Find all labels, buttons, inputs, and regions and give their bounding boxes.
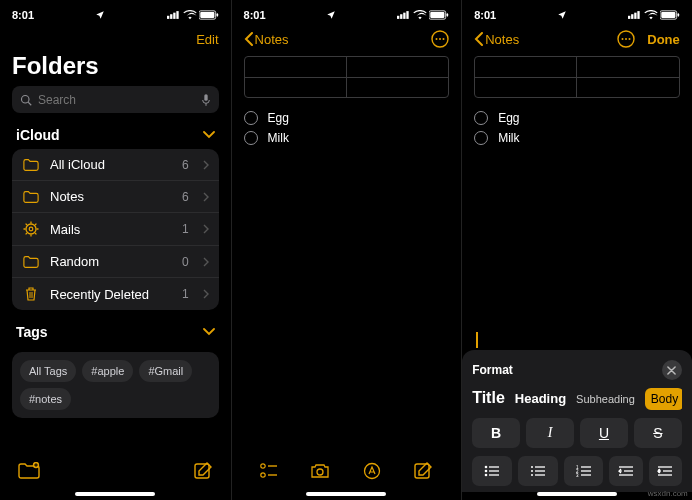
checkbox-icon[interactable] (474, 131, 488, 145)
icloud-label: iCloud (16, 127, 60, 143)
note-body[interactable]: Egg Milk (232, 52, 462, 450)
done-button[interactable]: Done (647, 32, 680, 47)
location-icon (95, 10, 105, 20)
bold-button[interactable]: B (472, 418, 520, 448)
note-body[interactable]: Egg Milk (462, 52, 692, 148)
strikethrough-button[interactable]: S (634, 418, 682, 448)
back-button[interactable]: Notes (244, 32, 289, 47)
svg-point-36 (443, 38, 445, 40)
svg-line-8 (28, 102, 31, 105)
close-icon[interactable] (662, 360, 682, 380)
more-icon[interactable] (617, 30, 635, 48)
format-panel: Format Title Heading Subheading Body B I… (462, 350, 692, 492)
folder-row-random[interactable]: Random 0 (12, 245, 219, 277)
checkbox-icon[interactable] (244, 131, 258, 145)
italic-button[interactable]: I (526, 418, 574, 448)
tags-label: Tags (16, 324, 48, 340)
checklist-item[interactable]: Egg (474, 108, 680, 128)
search-icon (20, 94, 32, 106)
underline-button[interactable]: U (580, 418, 628, 448)
indent-left-button[interactable] (609, 456, 642, 486)
numbered-list-button[interactable]: 123 (564, 456, 604, 486)
svg-rect-46 (634, 13, 636, 19)
style-heading[interactable]: Heading (515, 391, 566, 406)
checklist-item[interactable]: Milk (474, 128, 680, 148)
tag-apple[interactable]: #apple (82, 360, 133, 382)
tag-notes[interactable]: #notes (20, 388, 71, 410)
indent-right-button[interactable] (649, 456, 682, 486)
camera-icon[interactable] (310, 463, 330, 479)
compose-icon[interactable] (413, 461, 433, 481)
markup-icon[interactable] (363, 462, 381, 480)
checklist-item[interactable]: Egg (244, 108, 450, 128)
checkbox-icon[interactable] (244, 111, 258, 125)
chevron-down-icon (203, 131, 215, 139)
icloud-section-header[interactable]: iCloud (0, 123, 231, 149)
more-icon[interactable] (431, 30, 449, 48)
svg-point-7 (22, 95, 30, 103)
text-style-row: Title Heading Subheading Body (472, 388, 682, 410)
edit-button[interactable]: Edit (196, 32, 218, 47)
home-indicator[interactable] (537, 492, 617, 496)
checklist-label: Egg (498, 111, 519, 125)
folder-row-notes[interactable]: Notes 6 (12, 180, 219, 212)
tags-section-header[interactable]: Tags (0, 320, 231, 346)
style-body[interactable]: Body (645, 388, 682, 410)
checklist-item[interactable]: Milk (244, 128, 450, 148)
folder-icon (22, 190, 40, 204)
format-panel-title: Format (472, 363, 513, 377)
status-time: 8:01 (244, 9, 266, 21)
search-input[interactable] (38, 93, 195, 107)
folder-label: Random (50, 254, 172, 269)
text-cursor-line[interactable] (462, 332, 692, 350)
svg-rect-3 (176, 11, 178, 19)
checklist-icon[interactable] (260, 463, 278, 479)
svg-point-59 (485, 474, 488, 477)
search-bar[interactable] (12, 86, 219, 113)
svg-rect-27 (400, 14, 402, 19)
checklist-label: Egg (268, 111, 289, 125)
home-indicator[interactable] (306, 492, 386, 496)
svg-point-11 (29, 227, 33, 231)
svg-rect-47 (637, 11, 639, 19)
svg-rect-0 (167, 16, 169, 19)
text-cursor (476, 332, 478, 348)
tag-all[interactable]: All Tags (20, 360, 76, 382)
chevron-left-icon (244, 32, 253, 46)
svg-line-19 (35, 224, 36, 225)
folder-label: Mails (50, 222, 172, 237)
svg-rect-9 (204, 94, 207, 101)
table[interactable] (244, 56, 450, 98)
status-bar: 8:01 (0, 0, 231, 26)
folder-count: 1 (182, 222, 189, 236)
style-title[interactable]: Title (472, 389, 505, 407)
back-button[interactable]: Notes (474, 32, 519, 47)
new-folder-icon[interactable] (18, 462, 40, 480)
chevron-left-icon (474, 32, 483, 46)
chevron-right-icon (203, 192, 209, 202)
tag-gmail[interactable]: #Gmail (139, 360, 192, 382)
chevron-right-icon (203, 289, 209, 299)
table[interactable] (474, 56, 680, 98)
folder-row-mails[interactable]: Mails 1 (12, 212, 219, 245)
nav-bar: Notes Done (462, 26, 692, 52)
folder-icon (22, 255, 40, 269)
svg-rect-49 (661, 12, 675, 18)
svg-point-55 (485, 466, 488, 469)
checkbox-icon[interactable] (474, 111, 488, 125)
style-subheading[interactable]: Subheading (576, 393, 635, 405)
svg-rect-1 (170, 14, 172, 19)
home-indicator[interactable] (75, 492, 155, 496)
bullet-list-button[interactable] (472, 456, 512, 486)
folder-row-recently-deleted[interactable]: Recently Deleted 1 (12, 277, 219, 310)
status-bar: 8:01 (232, 0, 462, 26)
status-right (167, 10, 219, 20)
compose-icon[interactable] (193, 461, 213, 481)
mic-icon[interactable] (201, 93, 211, 107)
folder-list: All iCloud 6 Notes 6 Mails 1 Random 0 Re… (12, 149, 219, 310)
dash-list-button[interactable] (518, 456, 558, 486)
svg-point-34 (436, 38, 438, 40)
svg-rect-50 (677, 13, 679, 16)
bottom-toolbar (0, 450, 231, 492)
folder-row-all-icloud[interactable]: All iCloud 6 (12, 149, 219, 180)
